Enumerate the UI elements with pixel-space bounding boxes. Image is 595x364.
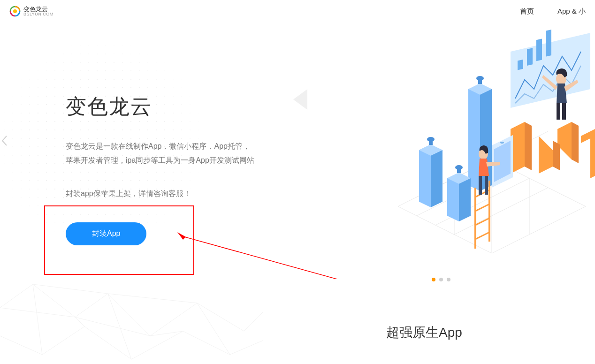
carousel-dots [432,278,450,281]
logo[interactable]: 变色龙云 BSLYUN.COM [9,6,53,17]
hero-illustration [374,28,595,253]
svg-point-1 [13,9,17,13]
carousel-dot-2[interactable] [439,278,443,281]
svg-rect-12 [536,39,542,61]
svg-line-22 [475,218,489,225]
svg-rect-26 [485,176,488,195]
svg-rect-25 [479,176,482,195]
logo-subtitle: BSLYUN.COM [23,12,53,16]
geometric-background [0,270,263,364]
svg-point-14 [500,142,504,144]
svg-line-23 [475,232,489,239]
svg-rect-5 [429,139,433,145]
section-title: 超强原生App [386,324,462,341]
svg-rect-7 [478,78,482,84]
chameleon-logo-icon [9,6,21,17]
carousel-dot-3[interactable] [447,278,450,281]
svg-rect-9 [457,167,461,173]
carousel-dot-1[interactable] [432,278,435,281]
package-app-button[interactable]: 封装App [66,222,146,245]
svg-rect-13 [546,30,551,57]
main-navigation: 首页 App & 小 [520,7,586,16]
svg-rect-11 [527,48,533,66]
svg-rect-16 [557,103,560,120]
nav-home[interactable]: 首页 [520,7,534,16]
svg-rect-10 [518,60,523,70]
svg-line-21 [475,204,489,211]
nav-app[interactable]: App & 小 [557,7,586,16]
svg-rect-17 [562,103,566,120]
header: 变色龙云 BSLYUN.COM 首页 App & 小 [0,0,595,23]
